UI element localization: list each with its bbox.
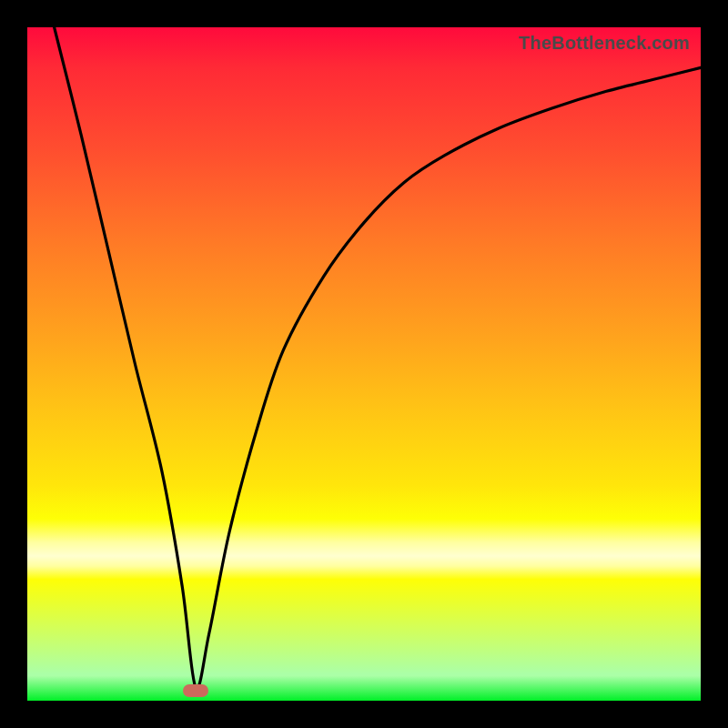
bottleneck-curve — [27, 27, 701, 701]
plot-area: TheBottleneck.com — [27, 27, 701, 701]
chart-frame: TheBottleneck.com — [0, 0, 728, 728]
optimal-point-marker — [183, 684, 208, 697]
